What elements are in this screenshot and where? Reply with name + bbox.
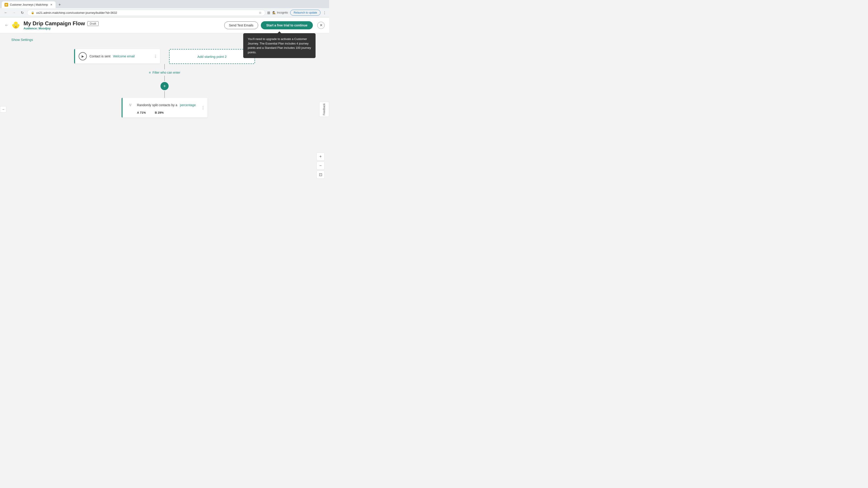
draft-badge: Draft — [87, 21, 98, 26]
split-node-header: ⑂ Randomly split contacts by a percentag… — [126, 101, 204, 109]
nav-right-icons: ⊞ 🕵 Incognito Relaunch to update ⋮ — [267, 10, 327, 15]
more-menu-icon[interactable]: ⋮ — [323, 11, 327, 15]
tab-favicon: M — [4, 3, 8, 6]
connector-line-3 — [164, 91, 165, 98]
filter-icon: ≡ — [149, 71, 151, 74]
reload-nav-button[interactable]: ↻ — [19, 9, 25, 16]
svg-point-6 — [12, 24, 14, 26]
tab-bar: M Customer Journeys | Mailchimp ✕ + — [0, 0, 329, 8]
zoom-out-button[interactable]: − — [316, 162, 324, 170]
nav-bar: ← → ↻ 🔒 us21.admin.mailchimp.com/custome… — [0, 8, 329, 18]
welcome-email-link[interactable]: Welcome email — [113, 55, 134, 58]
starting-points-row: ▶ Contact is sent Welcome email ⋮ Add st… — [74, 49, 255, 64]
add-starting-point-2-node[interactable]: Add starting point 2 — [169, 49, 255, 64]
fit-screen-button[interactable]: ⊡ — [316, 170, 324, 179]
start-trial-button[interactable]: Start a free trial to continue — [261, 21, 313, 29]
back-nav-button[interactable]: ← — [3, 9, 9, 16]
svg-point-3 — [14, 24, 15, 25]
split-icon: ⑂ — [126, 101, 134, 109]
relaunch-button[interactable]: Relaunch to update — [290, 10, 320, 15]
feedback-tab[interactable]: Feedback — [319, 102, 329, 117]
split-b-value: 29% — [158, 111, 164, 114]
bookmark-icon[interactable]: ☆ — [259, 11, 261, 14]
play-icon: ▶ — [79, 52, 87, 60]
forward-nav-button[interactable]: → — [11, 9, 17, 16]
svg-point-7 — [18, 24, 20, 26]
upgrade-tooltip: You'll need to upgrade to activate a Cus… — [243, 33, 315, 58]
split-a-label: A 71% — [137, 111, 146, 114]
node-1-menu-icon[interactable]: ⋮ — [154, 54, 157, 59]
tab-title: Customer Journeys | Mailchimp — [10, 3, 48, 6]
filter-section: ≡ Filter who can enter — [149, 69, 180, 76]
mailchimp-logo — [11, 21, 20, 30]
split-b-label: B 29% — [155, 111, 164, 114]
audience-prefix: Audience: — [24, 27, 38, 30]
add-starting-point-2-label: Add starting point 2 — [197, 55, 226, 59]
tab-close-icon[interactable]: ✕ — [50, 3, 53, 7]
active-tab[interactable]: M Customer Journeys | Mailchimp ✕ — [2, 1, 56, 8]
split-text-prefix: Randomly split contacts by a — [137, 103, 177, 107]
split-node-text: Randomly split contacts by a percentage — [137, 103, 204, 107]
lock-icon: 🔒 — [31, 11, 34, 14]
browser-chrome: M Customer Journeys | Mailchimp ✕ + ← → … — [0, 0, 329, 18]
split-b-letter: B — [155, 111, 157, 114]
canvas-content: ▶ Contact is sent Welcome email ⋮ Add st… — [74, 49, 255, 118]
send-test-emails-button[interactable]: Send Test Emails — [224, 22, 258, 29]
new-tab-button[interactable]: + — [57, 2, 63, 8]
contact-sent-prefix: Contact is sent — [90, 55, 111, 58]
campaign-title: My Drip Campaign Flow — [24, 20, 85, 27]
app-header: ← My Drip Campaign Flow Draft Audience: … — [0, 18, 329, 33]
header-subtitle: Audience: Moodjoy — [24, 27, 224, 30]
split-a-letter: A — [137, 111, 139, 114]
extensions-icon[interactable]: ⊞ — [267, 11, 270, 15]
svg-point-4 — [17, 24, 18, 25]
split-ab-row: A 71% B 29% — [126, 111, 204, 114]
address-bar[interactable]: 🔒 us21.admin.mailchimp.com/customer-jour… — [27, 10, 266, 16]
header-title-group: My Drip Campaign Flow Draft Audience: Mo… — [24, 20, 224, 30]
split-node-menu-icon[interactable]: ⋮ — [201, 105, 205, 110]
audience-name: Moodjoy — [38, 27, 51, 30]
incognito-label: Incognito — [277, 11, 288, 14]
split-a-value: 71% — [140, 111, 146, 114]
connector-line-1 — [164, 64, 165, 69]
header-actions: Send Test Emails Start a free trial to c… — [224, 21, 324, 29]
feedback-tab-container: Feedback — [319, 102, 329, 117]
zoom-in-button[interactable]: + — [316, 153, 324, 161]
split-percentage-link[interactable]: percentage — [180, 103, 196, 107]
svg-point-5 — [15, 26, 17, 27]
zoom-controls: + − ⊡ — [316, 153, 324, 179]
incognito-icon: 🕵 — [272, 11, 276, 14]
filter-label-text: Filter who can enter — [153, 71, 180, 74]
starting-point-1-text: Contact is sent Welcome email — [90, 55, 156, 58]
incognito-badge: 🕵 Incognito — [272, 11, 288, 14]
filter-label[interactable]: ≡ Filter who can enter — [149, 71, 180, 74]
header-back-button[interactable]: ← — [4, 23, 8, 28]
starting-point-1-node[interactable]: ▶ Contact is sent Welcome email ⋮ — [74, 49, 160, 64]
sidebar-toggle-button[interactable]: → — [0, 106, 6, 112]
address-text: us21.admin.mailchimp.com/customer-journe… — [36, 11, 257, 14]
header-title-row: My Drip Campaign Flow Draft — [24, 20, 224, 27]
close-header-icon: ✕ — [320, 23, 322, 27]
add-step-button[interactable]: + — [160, 82, 168, 90]
close-header-button[interactable]: ✕ — [317, 22, 324, 29]
app-container: ← My Drip Campaign Flow Draft Audience: … — [0, 18, 329, 184]
tooltip-text: You'll need to upgrade to activate a Cus… — [248, 37, 311, 54]
svg-point-8 — [14, 22, 18, 24]
split-node[interactable]: ⑂ Randomly split contacts by a percentag… — [122, 98, 208, 118]
connector-line-2 — [164, 76, 165, 81]
